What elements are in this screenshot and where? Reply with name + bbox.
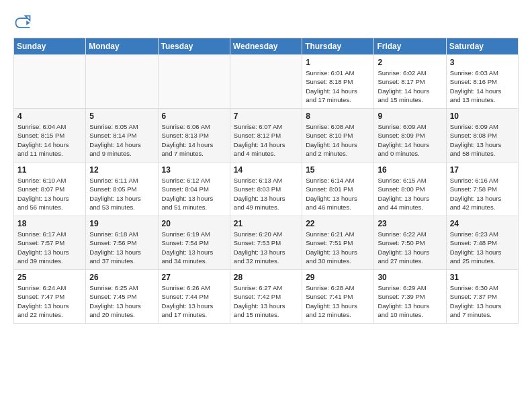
day-info: Sunrise: 6:06 AM Sunset: 8:13 PM Dayligh… xyxy=(162,122,226,158)
column-header-sunday: Sunday xyxy=(14,38,86,55)
day-number: 1 xyxy=(306,58,370,67)
calendar-cell: 5Sunrise: 6:05 AM Sunset: 8:14 PM Daylig… xyxy=(86,109,158,163)
day-number: 18 xyxy=(17,219,82,228)
day-info: Sunrise: 6:22 AM Sunset: 7:50 PM Dayligh… xyxy=(378,230,442,265)
column-header-saturday: Saturday xyxy=(446,38,518,55)
day-info: Sunrise: 6:11 AM Sunset: 8:05 PM Dayligh… xyxy=(89,176,154,212)
day-info: Sunrise: 6:07 AM Sunset: 8:12 PM Dayligh… xyxy=(234,122,298,158)
calendar-table: SundayMondayTuesdayWednesdayThursdayFrid… xyxy=(13,38,519,324)
day-info: Sunrise: 6:16 AM Sunset: 7:58 PM Dayligh… xyxy=(450,176,515,212)
calendar-week-1: 1Sunrise: 6:01 AM Sunset: 8:18 PM Daylig… xyxy=(14,55,519,109)
calendar-week-4: 18Sunrise: 6:17 AM Sunset: 7:57 PM Dayli… xyxy=(14,216,519,270)
calendar-week-3: 11Sunrise: 6:10 AM Sunset: 8:07 PM Dayli… xyxy=(14,163,519,216)
calendar-cell: 21Sunrise: 6:20 AM Sunset: 7:53 PM Dayli… xyxy=(230,216,302,270)
day-number: 23 xyxy=(378,219,442,228)
calendar-cell: 22Sunrise: 6:21 AM Sunset: 7:51 PM Dayli… xyxy=(302,216,374,270)
day-info: Sunrise: 6:09 AM Sunset: 8:08 PM Dayligh… xyxy=(450,122,515,158)
calendar-cell: 3Sunrise: 6:03 AM Sunset: 8:16 PM Daylig… xyxy=(446,55,518,109)
day-info: Sunrise: 6:13 AM Sunset: 8:03 PM Dayligh… xyxy=(234,176,298,212)
day-info: Sunrise: 6:30 AM Sunset: 7:37 PM Dayligh… xyxy=(450,283,515,319)
day-number: 20 xyxy=(162,219,226,228)
column-header-tuesday: Tuesday xyxy=(158,38,230,55)
day-info: Sunrise: 6:21 AM Sunset: 7:51 PM Dayligh… xyxy=(306,230,370,265)
calendar-cell: 19Sunrise: 6:18 AM Sunset: 7:56 PM Dayli… xyxy=(86,216,158,270)
calendar-cell: 26Sunrise: 6:25 AM Sunset: 7:45 PM Dayli… xyxy=(86,270,158,324)
calendar-cell: 9Sunrise: 6:09 AM Sunset: 8:09 PM Daylig… xyxy=(374,109,446,163)
day-info: Sunrise: 6:15 AM Sunset: 8:00 PM Dayligh… xyxy=(378,176,442,212)
day-number: 26 xyxy=(89,273,154,282)
column-header-monday: Monday xyxy=(86,38,158,55)
calendar-cell: 17Sunrise: 6:16 AM Sunset: 7:58 PM Dayli… xyxy=(446,163,518,216)
day-info: Sunrise: 6:01 AM Sunset: 8:18 PM Dayligh… xyxy=(306,68,370,104)
day-number: 28 xyxy=(234,273,298,282)
day-number: 24 xyxy=(450,219,515,228)
day-info: Sunrise: 6:17 AM Sunset: 7:57 PM Dayligh… xyxy=(17,230,82,265)
day-info: Sunrise: 6:29 AM Sunset: 7:39 PM Dayligh… xyxy=(378,283,442,319)
calendar-cell: 20Sunrise: 6:19 AM Sunset: 7:54 PM Dayli… xyxy=(158,216,230,270)
day-number: 4 xyxy=(17,111,82,121)
day-number: 17 xyxy=(450,165,515,175)
calendar-cell: 30Sunrise: 6:29 AM Sunset: 7:39 PM Dayli… xyxy=(374,270,446,324)
day-info: Sunrise: 6:19 AM Sunset: 7:54 PM Dayligh… xyxy=(162,230,226,265)
column-header-thursday: Thursday xyxy=(302,38,374,55)
day-number: 22 xyxy=(306,219,370,228)
day-number: 12 xyxy=(89,165,154,175)
calendar-cell xyxy=(230,55,302,109)
day-info: Sunrise: 6:14 AM Sunset: 8:01 PM Dayligh… xyxy=(306,176,370,212)
day-number: 9 xyxy=(378,111,442,121)
day-info: Sunrise: 6:09 AM Sunset: 8:09 PM Dayligh… xyxy=(378,122,442,158)
calendar-cell: 11Sunrise: 6:10 AM Sunset: 8:07 PM Dayli… xyxy=(14,163,86,216)
day-number: 31 xyxy=(450,273,515,282)
calendar-cell: 12Sunrise: 6:11 AM Sunset: 8:05 PM Dayli… xyxy=(86,163,158,216)
logo xyxy=(13,13,34,32)
day-number: 11 xyxy=(17,165,82,175)
day-info: Sunrise: 6:26 AM Sunset: 7:44 PM Dayligh… xyxy=(162,283,226,319)
calendar-cell: 16Sunrise: 6:15 AM Sunset: 8:00 PM Dayli… xyxy=(374,163,446,216)
day-info: Sunrise: 6:20 AM Sunset: 7:53 PM Dayligh… xyxy=(234,230,298,265)
page-header xyxy=(13,11,519,32)
day-number: 15 xyxy=(306,165,370,175)
day-number: 8 xyxy=(306,111,370,121)
day-info: Sunrise: 6:18 AM Sunset: 7:56 PM Dayligh… xyxy=(89,230,154,265)
day-info: Sunrise: 6:24 AM Sunset: 7:47 PM Dayligh… xyxy=(17,283,82,319)
day-info: Sunrise: 6:05 AM Sunset: 8:14 PM Dayligh… xyxy=(89,122,154,158)
day-number: 16 xyxy=(378,165,442,175)
day-info: Sunrise: 6:08 AM Sunset: 8:10 PM Dayligh… xyxy=(306,122,370,158)
calendar-cell: 1Sunrise: 6:01 AM Sunset: 8:18 PM Daylig… xyxy=(302,55,374,109)
calendar-cell xyxy=(158,55,230,109)
calendar-cell: 28Sunrise: 6:27 AM Sunset: 7:42 PM Dayli… xyxy=(230,270,302,324)
calendar-cell: 13Sunrise: 6:12 AM Sunset: 8:04 PM Dayli… xyxy=(158,163,230,216)
day-number: 13 xyxy=(162,165,226,175)
calendar-cell: 7Sunrise: 6:07 AM Sunset: 8:12 PM Daylig… xyxy=(230,109,302,163)
calendar-cell: 25Sunrise: 6:24 AM Sunset: 7:47 PM Dayli… xyxy=(14,270,86,324)
day-number: 25 xyxy=(17,273,82,282)
calendar-cell: 24Sunrise: 6:23 AM Sunset: 7:48 PM Dayli… xyxy=(446,216,518,270)
calendar-cell: 31Sunrise: 6:30 AM Sunset: 7:37 PM Dayli… xyxy=(446,270,518,324)
calendar-week-2: 4Sunrise: 6:04 AM Sunset: 8:15 PM Daylig… xyxy=(14,109,519,163)
day-number: 6 xyxy=(162,111,226,121)
day-info: Sunrise: 6:25 AM Sunset: 7:45 PM Dayligh… xyxy=(89,283,154,319)
day-info: Sunrise: 6:10 AM Sunset: 8:07 PM Dayligh… xyxy=(17,176,82,212)
calendar-cell: 15Sunrise: 6:14 AM Sunset: 8:01 PM Dayli… xyxy=(302,163,374,216)
column-header-wednesday: Wednesday xyxy=(230,38,302,55)
calendar-cell: 4Sunrise: 6:04 AM Sunset: 8:15 PM Daylig… xyxy=(14,109,86,163)
calendar-cell xyxy=(86,55,158,109)
calendar-cell: 10Sunrise: 6:09 AM Sunset: 8:08 PM Dayli… xyxy=(446,109,518,163)
day-number: 19 xyxy=(89,219,154,228)
calendar-cell: 23Sunrise: 6:22 AM Sunset: 7:50 PM Dayli… xyxy=(374,216,446,270)
day-number: 2 xyxy=(378,58,442,67)
calendar-cell: 8Sunrise: 6:08 AM Sunset: 8:10 PM Daylig… xyxy=(302,109,374,163)
day-info: Sunrise: 6:27 AM Sunset: 7:42 PM Dayligh… xyxy=(234,283,298,319)
day-info: Sunrise: 6:28 AM Sunset: 7:41 PM Dayligh… xyxy=(306,283,370,319)
day-info: Sunrise: 6:12 AM Sunset: 8:04 PM Dayligh… xyxy=(162,176,226,212)
calendar-cell: 29Sunrise: 6:28 AM Sunset: 7:41 PM Dayli… xyxy=(302,270,374,324)
day-number: 10 xyxy=(450,111,515,121)
day-info: Sunrise: 6:02 AM Sunset: 8:17 PM Dayligh… xyxy=(378,68,442,104)
logo-icon xyxy=(13,13,32,32)
calendar-cell: 6Sunrise: 6:06 AM Sunset: 8:13 PM Daylig… xyxy=(158,109,230,163)
day-number: 27 xyxy=(162,273,226,282)
day-number: 29 xyxy=(306,273,370,282)
calendar-cell: 18Sunrise: 6:17 AM Sunset: 7:57 PM Dayli… xyxy=(14,216,86,270)
calendar-cell: 2Sunrise: 6:02 AM Sunset: 8:17 PM Daylig… xyxy=(374,55,446,109)
day-number: 5 xyxy=(89,111,154,121)
